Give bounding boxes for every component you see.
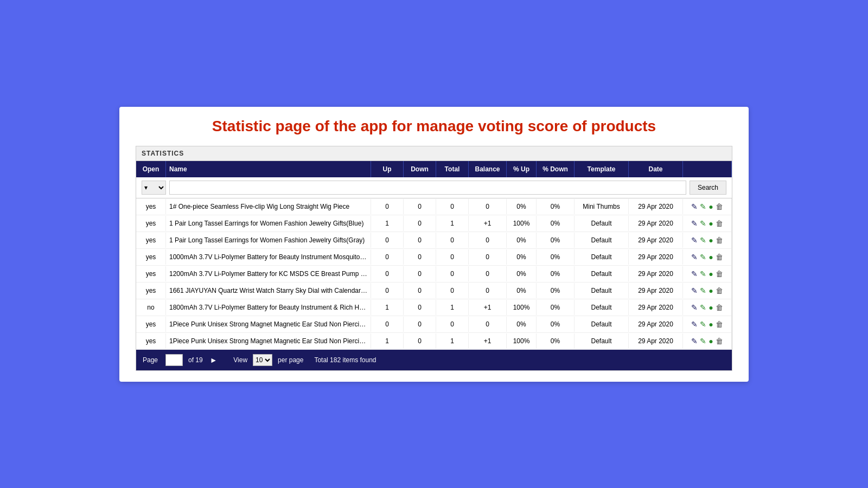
pencil-icon[interactable]: ✎ <box>700 202 706 211</box>
cell-date: 29 Apr 2020 <box>629 216 683 231</box>
pencil-icon[interactable]: ✎ <box>700 303 706 312</box>
eye-icon[interactable]: ● <box>709 253 713 261</box>
search-button[interactable]: Search <box>690 181 726 195</box>
next-page-nav[interactable]: ► <box>208 356 219 364</box>
table-row: no 1800mAh 3.7V Li-Polymer Battery for B… <box>136 299 732 316</box>
edit-icon[interactable]: ✎ <box>691 269 698 278</box>
table-row: yes 1 Pair Long Tassel Earrings for Wome… <box>136 215 732 232</box>
cell-actions: ✎ ✎ ● 🗑 <box>683 198 732 215</box>
cell-name: 1Piece Punk Unisex Strong Magnet Magneti… <box>166 333 371 349</box>
per-page-select[interactable]: 10 25 50 <box>253 354 272 366</box>
cell-pdown: 0% <box>537 283 575 298</box>
per-page-label: per page <box>278 356 303 364</box>
edit-icon[interactable]: ✎ <box>691 337 698 345</box>
cell-up: 0 <box>371 249 404 265</box>
cell-date: 29 Apr 2020 <box>629 266 683 281</box>
table-row: yes 1000mAh 3.7V Li-Polymer Battery for … <box>136 249 732 266</box>
col-header-actions <box>683 161 732 177</box>
cell-pup: 100% <box>507 216 537 231</box>
cell-total: 1 <box>436 333 469 349</box>
trash-icon[interactable]: 🗑 <box>716 269 723 278</box>
pencil-icon[interactable]: ✎ <box>700 269 706 278</box>
trash-icon[interactable]: 🗑 <box>716 202 723 211</box>
table-row: yes 1 Pair Long Tassel Earrings for Wome… <box>136 232 732 249</box>
pencil-icon[interactable]: ✎ <box>700 219 706 228</box>
column-headers: Open Name Up Down Total Balance % Up % D… <box>136 161 732 177</box>
statistics-table: STATISTICS Open Name Up Down Total Balan… <box>136 146 732 371</box>
table-row: yes 1Piece Punk Unisex Strong Magnet Mag… <box>136 316 732 333</box>
cell-pdown: 0% <box>537 317 575 332</box>
col-header-open: Open <box>136 161 166 177</box>
edit-icon[interactable]: ✎ <box>691 219 698 228</box>
trash-icon[interactable]: 🗑 <box>716 236 723 245</box>
edit-icon[interactable]: ✎ <box>691 236 698 245</box>
cell-up: 0 <box>371 317 404 332</box>
cell-name: 1Piece Punk Unisex Strong Magnet Magneti… <box>166 317 371 332</box>
eye-icon[interactable]: ● <box>709 320 713 329</box>
col-header-pdown: % Down <box>537 161 575 177</box>
current-page-input[interactable]: 1 <box>165 354 183 366</box>
trash-icon[interactable]: 🗑 <box>716 337 723 345</box>
table-row: yes 1200mAh 3.7V Li-Polymer Battery for … <box>136 266 732 282</box>
trash-icon[interactable]: 🗑 <box>716 253 723 261</box>
cell-pdown: 0% <box>537 333 575 349</box>
edit-icon[interactable]: ✎ <box>691 253 698 261</box>
col-header-total: Total <box>436 161 469 177</box>
col-header-date: Date <box>629 161 683 177</box>
cell-total: 0 <box>436 233 469 248</box>
edit-icon[interactable]: ✎ <box>691 303 698 312</box>
eye-icon[interactable]: ● <box>709 303 713 312</box>
cell-date: 29 Apr 2020 <box>629 199 683 214</box>
trash-icon[interactable]: 🗑 <box>716 303 723 312</box>
col-header-balance: Balance <box>469 161 507 177</box>
cell-down: 0 <box>404 249 436 265</box>
cell-up: 1 <box>371 216 404 231</box>
filter-select[interactable]: ▾ <box>142 181 166 195</box>
table-row: yes 1661 JIAYUYAN Quartz Wrist Watch Sta… <box>136 282 732 299</box>
col-header-name: Name <box>166 161 371 177</box>
trash-icon[interactable]: 🗑 <box>716 286 723 295</box>
cell-template: Default <box>575 233 629 248</box>
cell-open: yes <box>136 216 166 231</box>
eye-icon[interactable]: ● <box>709 269 713 278</box>
cell-balance: +1 <box>469 216 507 231</box>
cell-down: 0 <box>404 216 436 231</box>
cell-pup: 100% <box>507 333 537 349</box>
cell-open: yes <box>136 249 166 265</box>
cell-name: 1800mAh 3.7V Li-Polymer Battery for Beau… <box>166 300 371 315</box>
cell-down: 0 <box>404 317 436 332</box>
edit-icon[interactable]: ✎ <box>691 202 698 211</box>
eye-icon[interactable]: ● <box>709 286 713 295</box>
pencil-icon[interactable]: ✎ <box>700 286 706 295</box>
pencil-icon[interactable]: ✎ <box>700 320 706 329</box>
eye-icon[interactable]: ● <box>709 219 713 228</box>
edit-icon[interactable]: ✎ <box>691 320 698 329</box>
cell-total: 0 <box>436 317 469 332</box>
cell-name: 1# One-piece Seamless Five-clip Wig Long… <box>166 199 371 214</box>
cell-name: 1661 JIAYUYAN Quartz Wrist Watch Starry … <box>166 283 371 298</box>
pencil-icon[interactable]: ✎ <box>700 236 706 245</box>
edit-icon[interactable]: ✎ <box>691 286 698 295</box>
cell-pdown: 0% <box>537 233 575 248</box>
cell-date: 29 Apr 2020 <box>629 233 683 248</box>
view-label: View <box>233 356 247 364</box>
pencil-icon[interactable]: ✎ <box>700 253 706 261</box>
pencil-icon[interactable]: ✎ <box>700 337 706 345</box>
cell-up: 0 <box>371 233 404 248</box>
cell-open: no <box>136 300 166 315</box>
search-input[interactable] <box>169 181 686 195</box>
cell-date: 29 Apr 2020 <box>629 333 683 349</box>
footer-bar: Page 1 of 19 ► View 10 25 50 per page To… <box>136 350 732 370</box>
eye-icon[interactable]: ● <box>709 202 713 211</box>
cell-template: Default <box>575 333 629 349</box>
eye-icon[interactable]: ● <box>709 236 713 245</box>
cell-actions: ✎ ✎ ● 🗑 <box>683 282 732 299</box>
trash-icon[interactable]: 🗑 <box>716 219 723 228</box>
of-label: of 19 <box>188 356 203 364</box>
eye-icon[interactable]: ● <box>709 337 713 345</box>
col-header-down: Down <box>404 161 436 177</box>
cell-pdown: 0% <box>537 199 575 214</box>
cell-up: 1 <box>371 333 404 349</box>
cell-open: yes <box>136 333 166 349</box>
trash-icon[interactable]: 🗑 <box>716 320 723 329</box>
